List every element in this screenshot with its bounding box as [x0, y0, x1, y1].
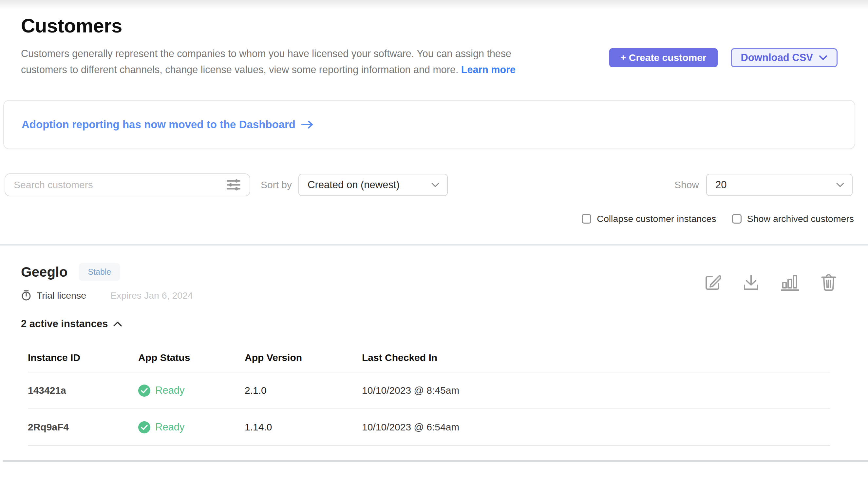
instance-status-label: Ready: [155, 421, 185, 433]
instance-status-label: Ready: [155, 385, 185, 396]
show-archived-option[interactable]: Show archived customers: [732, 213, 854, 224]
page-description-text: Customers generally represent the compan…: [21, 48, 511, 75]
download-icon: [743, 274, 759, 291]
timer-icon: [21, 290, 31, 301]
edit-icon: [704, 274, 721, 291]
download-csv-button[interactable]: Download CSV: [731, 48, 838, 67]
col-header-app-version: App Version: [245, 338, 362, 372]
instance-last-checked-in: 10/10/2023 @ 8:45am: [362, 385, 830, 396]
download-customer-button[interactable]: [743, 274, 759, 292]
sort-select-value: Created on (newest): [308, 179, 400, 191]
active-instances-label: 2 active instances: [21, 318, 108, 330]
list-options-row: Collapse customer instances Show archive…: [0, 213, 854, 224]
show-count-value: 20: [715, 179, 726, 191]
check-circle-icon: [138, 421, 150, 434]
sort-by-label: Sort by: [261, 179, 292, 190]
collapse-instances-label: Collapse customer instances: [597, 213, 716, 224]
show-count-select[interactable]: 20: [706, 174, 853, 196]
customer-name[interactable]: Geeglo: [21, 264, 68, 280]
search-customers-box: [4, 173, 250, 196]
table-row: 143421a Ready 2.1.0 10/10/2023 @ 8:45am: [28, 372, 830, 409]
customer-card: Geeglo Stable: [0, 245, 868, 446]
chevron-down-icon: [431, 182, 439, 187]
trash-icon: [821, 274, 837, 292]
chevron-up-icon: [113, 321, 122, 327]
license-expiry: Expires Jan 6, 2024: [111, 290, 193, 301]
sliders-icon[interactable]: [226, 178, 241, 192]
chevron-down-icon: [819, 55, 827, 61]
page-header: Customers Customers generally represent …: [0, 0, 868, 78]
delete-customer-button[interactable]: [821, 274, 837, 292]
license-type-label: Trial license: [37, 290, 86, 301]
col-header-instance-id: Instance ID: [28, 338, 138, 372]
instance-id: 2Rq9aF4: [28, 422, 138, 433]
table-row: 2Rq9aF4 Ready 1.14.0 10/10/2023 @ 6:54am: [28, 409, 830, 446]
instances-table: Instance ID App Status App Version Last …: [28, 338, 830, 446]
filter-controls: Sort by Created on (newest) Show 20: [4, 173, 853, 196]
instance-status: Ready: [138, 421, 245, 434]
download-csv-label: Download CSV: [741, 52, 813, 63]
license-type: Trial license: [21, 290, 86, 301]
show-archived-checkbox[interactable]: [732, 214, 741, 224]
active-instances-toggle[interactable]: 2 active instances: [21, 318, 837, 330]
channel-badge: Stable: [78, 263, 120, 281]
collapse-instances-checkbox[interactable]: [582, 214, 591, 224]
bar-chart-icon: [781, 274, 799, 291]
instance-id: 143421a: [28, 385, 138, 396]
learn-more-link[interactable]: Learn more: [461, 64, 516, 75]
customer-reporting-button[interactable]: [781, 274, 799, 292]
instances-table-header: Instance ID App Status App Version Last …: [28, 338, 830, 372]
header-actions: + Create customer Download CSV: [609, 48, 838, 67]
arrow-right-icon: [301, 120, 314, 129]
col-header-last-checked-in: Last Checked In: [362, 338, 830, 372]
show-label: Show: [674, 179, 699, 190]
instance-app-version: 2.1.0: [245, 385, 362, 396]
search-customers-input[interactable]: [14, 179, 210, 190]
col-header-app-status: App Status: [138, 338, 245, 372]
collapse-instances-option[interactable]: Collapse customer instances: [582, 213, 716, 224]
customer-actions: [704, 274, 837, 292]
adoption-banner-text: Adoption reporting has now moved to the …: [21, 118, 295, 131]
page-description: Customers generally represent the compan…: [21, 45, 532, 78]
instance-app-version: 1.14.0: [245, 422, 362, 433]
adoption-banner-link[interactable]: Adoption reporting has now moved to the …: [21, 118, 314, 131]
chevron-down-icon: [836, 182, 844, 187]
page-title: Customers: [21, 14, 838, 37]
instance-status: Ready: [138, 385, 245, 397]
create-customer-button[interactable]: + Create customer: [609, 48, 718, 67]
show-archived-label: Show archived customers: [747, 213, 854, 224]
sort-select[interactable]: Created on (newest): [298, 174, 448, 196]
edit-customer-button[interactable]: [704, 274, 721, 292]
card-bottom-divider: [3, 460, 868, 462]
instance-last-checked-in: 10/10/2023 @ 6:54am: [362, 422, 830, 433]
adoption-banner[interactable]: Adoption reporting has now moved to the …: [3, 100, 855, 149]
check-circle-icon: [138, 385, 150, 397]
